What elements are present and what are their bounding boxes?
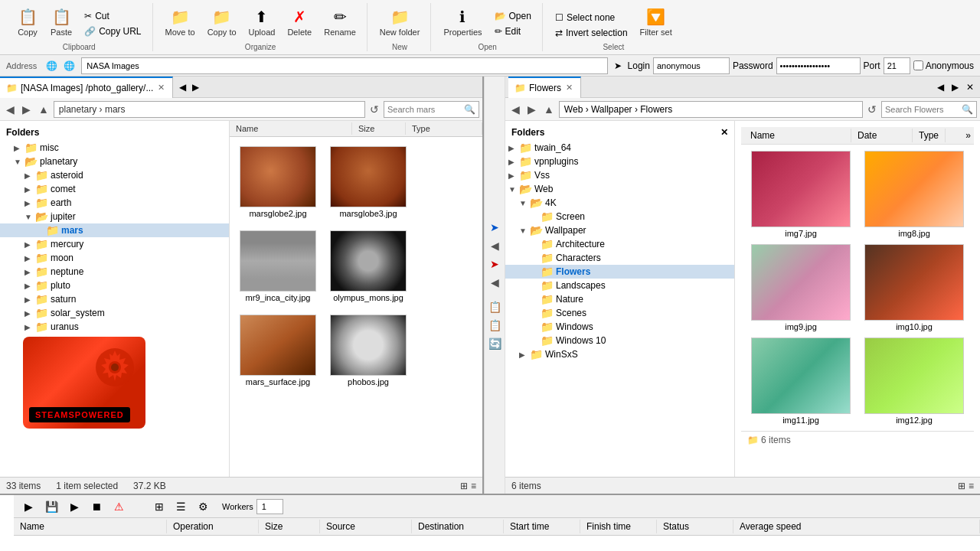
right-tab-close[interactable]: ✕ xyxy=(564,83,574,93)
properties-button[interactable]: ℹ Properties xyxy=(439,5,486,40)
right-tree-architecture[interactable]: 📁 Architecture xyxy=(505,237,734,251)
tree-item-uranus[interactable]: ▶ 📁 uranus xyxy=(0,320,229,334)
right-view-icon2[interactable]: ≡ xyxy=(969,481,974,491)
img-item-9[interactable]: img9.jpg xyxy=(747,244,854,331)
right-back-btn[interactable]: ◀ xyxy=(508,102,523,117)
transfer-right-btn[interactable]: ➤ xyxy=(488,220,501,235)
rcol-header-date[interactable]: Date xyxy=(851,129,913,142)
right-search-input[interactable] xyxy=(882,105,959,114)
thumb-mars5[interactable]: mars_surface.jpg xyxy=(236,311,320,390)
transfer-left-btn[interactable]: ◀ xyxy=(489,238,501,253)
workers-input[interactable] xyxy=(256,499,283,514)
th-size[interactable]: Size xyxy=(259,520,320,533)
upload-button[interactable]: ⬆ Upload xyxy=(244,5,280,40)
open-button[interactable]: 📂 Open xyxy=(490,9,536,23)
right-tree-landscapes[interactable]: 📁 Landscapes xyxy=(505,279,734,292)
tree-item-saturn[interactable]: ▶ 📁 saturn xyxy=(0,292,229,306)
left-tab-nasa[interactable]: 📁 [NASA Images] /photo_gallery/... ✕ xyxy=(0,77,173,98)
transfer-settings-btn[interactable]: ⚙ xyxy=(194,499,213,514)
copy-button[interactable]: 📋 Copy xyxy=(12,5,43,40)
right-tree-flowers[interactable]: 📁 Flowers xyxy=(505,265,734,279)
login-input[interactable] xyxy=(653,57,730,74)
transfer-right-red-btn[interactable]: ➤ xyxy=(488,256,501,272)
rcol-header-name[interactable]: Name xyxy=(744,129,851,142)
right-tab-flowers[interactable]: 📁 Flowers ✕ xyxy=(508,77,581,98)
transfer-left-grey-btn[interactable]: ◀ xyxy=(489,275,501,290)
transfer-start-btn[interactable]: ▶ xyxy=(20,499,38,514)
transfer-play-btn[interactable]: ▶ xyxy=(66,499,83,514)
right-tab-prev[interactable]: ◀ xyxy=(934,82,947,93)
th-operation[interactable]: Operation xyxy=(167,520,259,533)
nav-arrow[interactable]: ➤ xyxy=(614,60,622,71)
right-tree-nature[interactable]: 📁 Nature xyxy=(505,292,734,306)
paste-button[interactable]: 📋 Paste xyxy=(46,5,77,40)
thumb-olympus[interactable]: olympus_mons.jpg xyxy=(326,227,410,305)
transfer-stop-btn[interactable]: ⏹ xyxy=(87,499,106,514)
right-tree-winsxs[interactable]: ▶ 📁 WinSxS xyxy=(505,347,734,361)
anonymous-checkbox-group[interactable]: Anonymous xyxy=(913,60,974,71)
right-tree-4k[interactable]: ▼ 📂 4K xyxy=(505,196,734,210)
right-tab-close-pane[interactable]: ✕ xyxy=(963,82,977,93)
tree-item-earth[interactable]: ▶ 📁 earth xyxy=(0,196,229,210)
right-tree-twain[interactable]: ▶ 📁 twain_64 xyxy=(505,141,734,155)
col-header-size[interactable]: Size xyxy=(352,122,406,135)
right-tree-vpn[interactable]: ▶ 📁 vpnplugins xyxy=(505,155,734,168)
cut-button[interactable]: ✂ Cut xyxy=(80,9,145,23)
transfer-sync[interactable]: 🔄 xyxy=(487,336,503,351)
col-header-type[interactable]: Type xyxy=(406,122,482,135)
right-forward-btn[interactable]: ▶ xyxy=(524,102,539,117)
left-forward-btn[interactable]: ▶ xyxy=(19,102,34,117)
right-tab-next[interactable]: ▶ xyxy=(949,82,962,93)
rcol-header-type[interactable]: Type xyxy=(913,129,946,142)
right-tree-windows[interactable]: 📁 Windows xyxy=(505,320,734,334)
tree-item-neptune[interactable]: ▶ 📁 neptune xyxy=(0,265,229,279)
rename-button[interactable]: ✏ Rename xyxy=(319,5,361,40)
th-start-time[interactable]: Start time xyxy=(504,520,580,533)
left-back-btn[interactable]: ◀ xyxy=(3,102,18,117)
tree-item-mercury[interactable]: ▶ 📁 mercury xyxy=(0,237,229,251)
tree-item-misc[interactable]: ▶ 📁 misc xyxy=(0,141,229,155)
copy-url-button[interactable]: 🔗 Copy URL xyxy=(80,24,145,38)
right-tree-screen[interactable]: 📁 Screen xyxy=(505,210,734,223)
th-finish-time[interactable]: Finish time xyxy=(580,520,657,533)
right-tree-vss[interactable]: ▶ 📁 Vss xyxy=(505,168,734,182)
right-refresh-btn[interactable]: ↺ xyxy=(864,102,880,117)
transfer-queue-remove[interactable]: 📋 xyxy=(487,318,503,333)
right-search-icon[interactable]: 🔍 xyxy=(959,104,976,115)
address-input[interactable] xyxy=(81,57,607,74)
thumb-marsglobe2[interactable]: marsglobe2.jpg xyxy=(236,143,320,221)
th-destination[interactable]: Destination xyxy=(412,520,504,533)
left-search-icon[interactable]: 🔍 xyxy=(461,104,479,115)
left-view-icon1[interactable]: ⊞ xyxy=(460,481,468,491)
left-view-icon2[interactable]: ≡ xyxy=(471,481,476,491)
right-tree-characters[interactable]: 📁 Characters xyxy=(505,251,734,265)
new-folder-button[interactable]: 📁 New folder xyxy=(375,5,425,40)
anonymous-checkbox[interactable] xyxy=(913,60,923,70)
img-item-7[interactable]: img7.jpg xyxy=(747,151,854,238)
tree-item-solar-system[interactable]: ▶ 📁 solar_system xyxy=(0,306,229,320)
copy-to-button[interactable]: 📁 Copy to xyxy=(203,5,241,40)
delete-button[interactable]: ✗ Delete xyxy=(283,5,316,40)
right-tree-windows10[interactable]: 📁 Windows 10 xyxy=(505,334,734,347)
left-search-input[interactable] xyxy=(384,105,461,114)
img-item-8[interactable]: img8.jpg xyxy=(861,151,968,238)
transfer-save-btn[interactable]: 💾 xyxy=(41,499,63,514)
left-refresh-btn[interactable]: ↺ xyxy=(367,102,382,117)
th-avg-speed[interactable]: Average speed xyxy=(733,520,980,533)
th-source[interactable]: Source xyxy=(320,520,412,533)
tree-item-jupiter[interactable]: ▼ 📂 jupiter xyxy=(0,210,229,223)
port-input[interactable] xyxy=(884,57,910,74)
password-input[interactable] xyxy=(776,57,861,74)
th-status[interactable]: Status xyxy=(657,520,733,533)
right-up-btn[interactable]: ▲ xyxy=(541,102,557,117)
tree-item-mars[interactable]: 📁 mars xyxy=(0,223,229,237)
tree-item-pluto[interactable]: ▶ 📁 pluto xyxy=(0,279,229,292)
filter-set-button[interactable]: 🔽 Filter set xyxy=(635,5,677,40)
tree-item-comet[interactable]: ▶ 📁 comet xyxy=(0,182,229,196)
th-name[interactable]: Name xyxy=(14,520,167,533)
tree-item-asteroid[interactable]: ▶ 📁 asteroid xyxy=(0,168,229,182)
select-none-button[interactable]: ☐ Select none xyxy=(550,11,632,24)
right-col-expand[interactable]: » xyxy=(965,130,971,141)
left-tab-next[interactable]: ▶ xyxy=(189,82,202,93)
edit-button[interactable]: ✏ Edit xyxy=(490,24,536,38)
